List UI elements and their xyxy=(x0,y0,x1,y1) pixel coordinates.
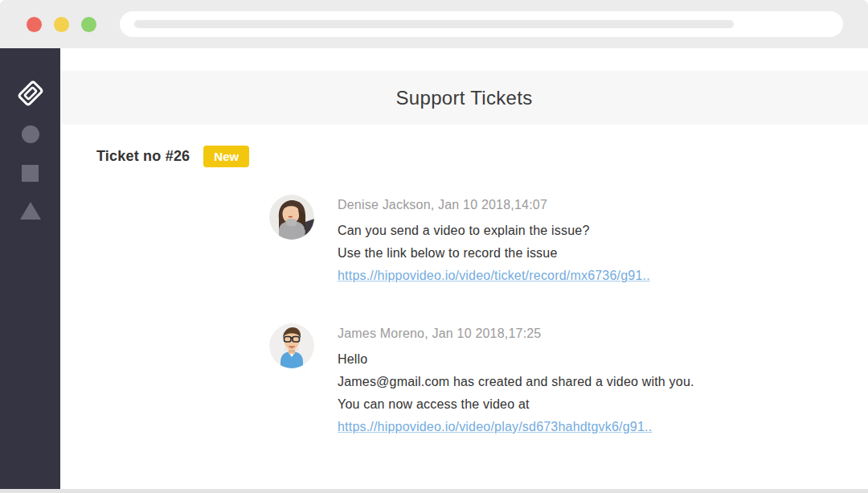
message-line: Can you send a video to explain the issu… xyxy=(338,220,650,242)
status-badge-new: New xyxy=(203,146,249,167)
message-denise: Denise Jackson, Jan 10 2018,14:07 Can yo… xyxy=(269,195,868,287)
sidebar-item-tickets[interactable] xyxy=(15,79,46,109)
window-bottom-edge xyxy=(0,489,868,493)
page-header: Support Tickets xyxy=(60,71,868,125)
sidebar-item-triangle[interactable] xyxy=(20,202,41,220)
message-james: James Moreno, Jan 10 2018,17:25 Hello Ja… xyxy=(269,323,868,438)
message-meta: James Moreno, Jan 10 2018,17:25 xyxy=(338,326,694,342)
ticket-number-label: Ticket no #26 xyxy=(96,148,190,165)
maximize-button[interactable] xyxy=(81,17,96,32)
message-line: Hello xyxy=(338,348,694,371)
record-video-link[interactable]: https.//hippovideo.io/video/ticket/recor… xyxy=(338,265,650,287)
content-top-spacer xyxy=(60,48,868,71)
message-thread: Denise Jackson, Jan 10 2018,14:07 Can yo… xyxy=(269,195,868,438)
minimize-button[interactable] xyxy=(54,17,69,32)
message-line: You can now access the video at xyxy=(338,393,694,416)
message-line: Use the link below to record the issue xyxy=(338,242,650,265)
address-bar[interactable] xyxy=(120,11,843,37)
avatar-james xyxy=(269,323,314,368)
address-bar-placeholder-line xyxy=(134,20,734,28)
browser-chrome xyxy=(0,0,868,48)
ticket-header-row: Ticket no #26 New xyxy=(96,146,868,167)
page-title: Support Tickets xyxy=(396,87,533,109)
close-button[interactable] xyxy=(27,17,42,32)
sidebar-item-circle[interactable] xyxy=(22,125,39,143)
avatar-denise xyxy=(269,195,314,240)
message-line: James@gmail.com has created and shared a… xyxy=(338,371,694,393)
traffic-lights xyxy=(0,17,96,32)
ticket-icon xyxy=(17,80,44,109)
play-video-link[interactable]: https.//hippovideo.io/video/play/sd673ha… xyxy=(338,416,652,438)
sidebar-item-square[interactable] xyxy=(22,165,39,182)
message-meta: Denise Jackson, Jan 10 2018,14:07 xyxy=(338,197,650,213)
sidebar xyxy=(0,48,60,489)
main-content: Support Tickets Ticket no #26 New xyxy=(60,48,868,489)
browser-window: Support Tickets Ticket no #26 New xyxy=(0,0,868,493)
